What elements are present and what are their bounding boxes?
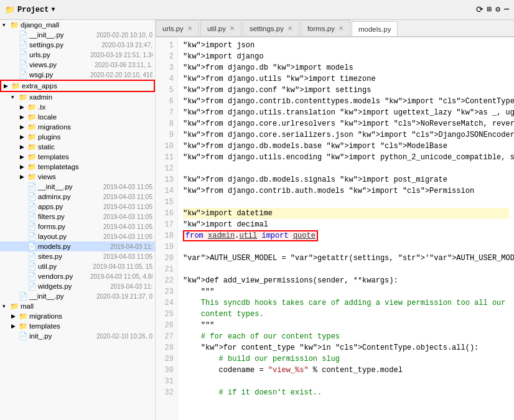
- sidebar-item-models_py[interactable]: 📄models.py2019-04-03 11:: [0, 241, 155, 251]
- sidebar-item-adminx_py[interactable]: 📄adminx.py2019-04-03 11:05: [0, 192, 155, 202]
- tree-item-name: django_mall: [21, 21, 155, 29]
- tab-settings[interactable]: settings.py✕: [243, 20, 299, 36]
- tab-urls[interactable]: urls.py✕: [156, 20, 199, 36]
- line-number-4: 4: [156, 73, 174, 85]
- sidebar-item-templates[interactable]: ▶📁templates: [0, 152, 155, 162]
- code-line-28: "kw">for content_type "kw">in "cls">Cont…: [183, 342, 509, 353]
- tree-item-name: migrations: [38, 123, 155, 131]
- project-label: Project: [17, 6, 49, 14]
- sidebar-item-xadmin[interactable]: ▾📁xadmin: [0, 92, 155, 102]
- tree-item-name: sites.py: [38, 253, 103, 260]
- sidebar-item-layout_py[interactable]: 📄layout.py2019-04-03 11:05: [0, 231, 155, 241]
- tree-item-name: urls.py: [29, 51, 90, 58]
- sidebar-item-static[interactable]: ▶📁static: [0, 142, 155, 152]
- folder-arrow-icon: ▾: [2, 22, 10, 28]
- line-number-28: 28: [156, 342, 174, 353]
- tree-item-name: apps.py: [38, 203, 103, 210]
- tab-close-icon[interactable]: ✕: [230, 25, 235, 32]
- sidebar-item-extra_apps[interactable]: ▶📁extra_apps: [0, 80, 155, 92]
- file-icon: 📄: [19, 30, 27, 39]
- tab-util[interactable]: util.py✕: [200, 20, 241, 36]
- code-content[interactable]: "kw">import json"kw">import django"kw">f…: [178, 37, 514, 420]
- code-line-20: "var">AUTH_USER_MODEL = "var">getattr(se…: [183, 253, 509, 264]
- tree-item-name: extra_apps: [22, 82, 154, 90]
- tree-item-meta: 2019-04-03 11:05: [103, 253, 152, 260]
- sidebar-item-plugins[interactable]: ▶📁plugins: [0, 132, 155, 142]
- ide-container: 📁 Project ▼ ⟳ ⊞ ⚙ — ▾📁django_mall📄__init…: [0, 0, 514, 420]
- tab-close-icon[interactable]: ✕: [287, 25, 292, 32]
- code-line-17: "kw">import decimal: [183, 219, 509, 230]
- sync-icon[interactable]: ⟳: [476, 4, 484, 15]
- file-icon: 📄: [19, 40, 27, 49]
- sidebar-item-__init__3[interactable]: 📄__init__.py2020-03-19 21:37, 0: [0, 291, 155, 301]
- folder-icon: 📁: [10, 302, 19, 310]
- tab-forms[interactable]: forms.py✕: [301, 20, 350, 36]
- sidebar-item-templatetags[interactable]: ▶📁templatetags: [0, 162, 155, 172]
- code-line-1: "kw">import json: [183, 40, 509, 51]
- sidebar[interactable]: ▾📁django_mall📄__init__.py2020-02-20 10:1…: [0, 20, 156, 420]
- minimize-icon[interactable]: —: [504, 4, 509, 15]
- sidebar-item-util_py2[interactable]: 📄util.py2019-04-03 11:05, 15: [0, 261, 155, 271]
- line-number-29: 29: [156, 353, 174, 365]
- sidebar-item-locale[interactable]: ▶📁locale: [0, 112, 155, 122]
- sidebar-item-sites_py[interactable]: 📄sites.py2019-04-03 11:05: [0, 251, 155, 261]
- sidebar-item-views[interactable]: ▶📁views: [0, 172, 155, 182]
- tree-item-name: views.py: [29, 61, 95, 68]
- sidebar-item-vendors_py[interactable]: 📄vendors.py2019-04-03 11:05, 4.88 KB: [0, 271, 155, 281]
- file-icon: 📄: [19, 332, 27, 340]
- tree-item-name: .tx: [38, 103, 155, 111]
- folder-icon: 📁: [27, 172, 36, 181]
- folder-arrow-icon: ▾: [2, 303, 10, 309]
- tree-item-name: forms.py: [38, 223, 103, 230]
- top-bar: 📁 Project ▼ ⟳ ⊞ ⚙ —: [0, 0, 514, 20]
- sidebar-item-views_py[interactable]: 📄views.py2020-03-06 23:11, 1.: [0, 60, 155, 70]
- code-line-8: "kw">from django.core.urlresolvers "kw">…: [183, 118, 509, 129]
- sidebar-item-migrations2[interactable]: ▶📁migrations: [0, 311, 155, 321]
- sidebar-item-templates2[interactable]: ▶📁templates: [0, 321, 155, 331]
- sidebar-item-settings_py[interactable]: 📄settings.py2020-03-19 21:47,: [0, 40, 155, 50]
- sidebar-item-__init__[interactable]: 📄__init__.py2020-02-20 10:10, 0: [0, 30, 155, 40]
- sidebar-item-mall[interactable]: ▾📁mall: [0, 301, 155, 311]
- sidebar-item-migrations[interactable]: ▶📁migrations: [0, 122, 155, 132]
- project-icon: 📁: [5, 5, 15, 15]
- sidebar-item-tx[interactable]: ▶📁.tx: [0, 102, 155, 112]
- tab-close-icon[interactable]: ✕: [339, 25, 343, 32]
- tree-item-name: widgets.py: [38, 282, 110, 290]
- folder-arrow-icon: ▶: [20, 164, 27, 170]
- line-number-16: 16: [156, 208, 174, 219]
- sidebar-item-init_mall[interactable]: 📄init_.py2020-02-10 10:26, 0: [0, 331, 155, 341]
- code-line-29: # build our permission slug: [183, 353, 509, 365]
- tree-item-meta: 2019-04-03 11:05: [103, 194, 152, 200]
- gear-icon[interactable]: ⚙: [495, 4, 500, 15]
- sidebar-item-filters_py[interactable]: 📄filters.py2019-04-03 11:05: [0, 212, 155, 222]
- code-line-12: [183, 163, 509, 174]
- code-line-10: "kw">from django.db.models.base "kw">imp…: [183, 141, 509, 152]
- code-line-27: # for each of our content types: [183, 331, 509, 342]
- folder-arrow-icon: ▶: [4, 83, 11, 89]
- line-number-15: 15: [156, 197, 174, 208]
- sidebar-item-forms_py[interactable]: 📄forms.py2019-04-03 11:05: [0, 222, 155, 231]
- project-dropdown-icon[interactable]: ▼: [51, 6, 55, 13]
- sidebar-item-urls_py[interactable]: 📄urls.py2020-03-19 21:51, 1.36: [0, 50, 155, 60]
- code-line-7: "kw">from django.utils.translation "kw">…: [183, 107, 509, 118]
- tree-item-meta: 2019-04-03 11:05: [103, 203, 152, 210]
- sidebar-item-wsgi_py[interactable]: 📄wsgi.py2020-02-20 10:10, 416: [0, 70, 155, 80]
- layout-icon[interactable]: ⊞: [487, 4, 492, 15]
- sidebar-item-django_mall[interactable]: ▾📁django_mall: [0, 20, 155, 30]
- line-number-21: 21: [156, 264, 174, 275]
- line-number-23: 23: [156, 286, 174, 297]
- sidebar-item-widgets_py[interactable]: 📄widgets.py2019-04-03 11:: [0, 281, 155, 291]
- line-number-20: 20: [156, 253, 174, 264]
- tab-models[interactable]: models.py: [352, 21, 398, 37]
- sidebar-item-__init__2[interactable]: 📄__init__.py2019-04-03 11:05: [0, 182, 155, 192]
- sidebar-item-apps_py[interactable]: 📄apps.py2019-04-03 11:05: [0, 202, 155, 212]
- tab-label: urls.py: [162, 25, 184, 32]
- tab-close-icon[interactable]: ✕: [187, 25, 192, 32]
- line-number-26: 26: [156, 320, 174, 331]
- tree-item-name: plugins: [38, 133, 155, 141]
- code-line-23: """: [183, 286, 509, 297]
- line-number-12: 12: [156, 163, 174, 174]
- code-line-9: "kw">from django.core.serializers.json "…: [183, 129, 509, 141]
- tree-item-meta: 2020-03-19 21:37, 0: [96, 293, 152, 300]
- tree-item-meta: 2019-04-03 11:05: [103, 233, 152, 240]
